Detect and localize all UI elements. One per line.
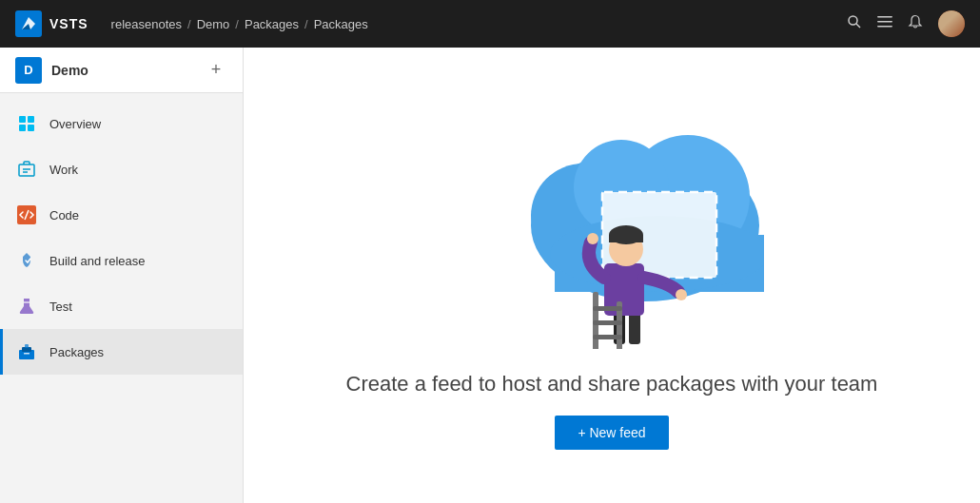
svg-rect-8: [19, 125, 26, 131]
svg-rect-29: [629, 311, 640, 344]
content-area: Create a feed to host and share packages…: [244, 48, 980, 503]
build-icon: [15, 249, 38, 272]
menu-icon[interactable]: [877, 14, 892, 33]
svg-line-2: [856, 24, 860, 28]
logo-area[interactable]: VSTS: [15, 10, 88, 37]
sidebar-item-packages[interactable]: Packages: [0, 329, 243, 375]
sidebar: D Demo + Overview: [0, 48, 244, 503]
svg-rect-39: [593, 320, 622, 325]
packages-illustration: [460, 102, 764, 349]
search-icon[interactable]: [847, 14, 862, 33]
work-icon: [15, 158, 38, 181]
svg-rect-35: [609, 235, 643, 242]
svg-point-31: [587, 233, 598, 244]
svg-rect-6: [19, 116, 26, 123]
top-navigation: VSTS releasenotes / Demo / Packages / Pa…: [0, 0, 980, 48]
sidebar-item-code[interactable]: Code: [0, 192, 243, 238]
svg-rect-4: [877, 21, 892, 23]
add-project-button[interactable]: +: [205, 59, 227, 82]
sidebar-test-label: Test: [49, 300, 72, 314]
sidebar-item-work[interactable]: Work: [0, 146, 243, 192]
svg-rect-38: [593, 306, 622, 311]
tagline-text: Create a feed to host and share packages…: [346, 372, 878, 397]
project-name: Demo: [51, 63, 205, 78]
code-icon: [15, 203, 38, 226]
top-nav-icons: [847, 10, 965, 37]
svg-rect-19: [24, 353, 29, 355]
test-icon: [15, 295, 38, 318]
svg-rect-3: [877, 16, 892, 18]
new-feed-button[interactable]: + New feed: [555, 416, 668, 450]
sidebar-overview-label: Overview: [49, 117, 101, 131]
sidebar-build-label: Build and release: [49, 254, 145, 268]
svg-rect-10: [19, 164, 34, 176]
breadcrumb-releasenotes[interactable]: releasenotes: [111, 17, 182, 31]
user-avatar[interactable]: [938, 10, 965, 37]
sidebar-item-overview[interactable]: Overview: [0, 101, 243, 146]
breadcrumb: releasenotes / Demo / Packages / Package…: [111, 17, 847, 31]
packages-icon: [15, 340, 38, 363]
svg-point-32: [676, 289, 687, 300]
svg-rect-18: [25, 344, 29, 348]
sidebar-code-label: Code: [49, 208, 79, 222]
main-layout: D Demo + Overview: [0, 48, 980, 503]
vsts-logo-icon: [15, 10, 42, 37]
svg-rect-9: [28, 125, 34, 131]
notifications-icon[interactable]: [908, 14, 923, 33]
project-icon: D: [15, 57, 42, 84]
sidebar-header: D Demo +: [0, 48, 243, 93]
app-title: VSTS: [49, 16, 88, 31]
sidebar-item-build-and-release[interactable]: Build and release: [0, 238, 243, 283]
breadcrumb-packages1[interactable]: Packages: [245, 17, 299, 31]
svg-rect-5: [877, 26, 892, 28]
sidebar-packages-label: Packages: [49, 345, 104, 359]
breadcrumb-packages2[interactable]: Packages: [314, 17, 368, 31]
sidebar-work-label: Work: [49, 163, 78, 177]
sidebar-item-test[interactable]: Test: [0, 283, 243, 329]
svg-point-1: [849, 16, 857, 25]
breadcrumb-demo[interactable]: Demo: [197, 17, 230, 31]
overview-icon: [15, 112, 38, 135]
svg-rect-40: [593, 335, 622, 339]
svg-rect-7: [28, 116, 34, 123]
sidebar-nav: Overview Work: [0, 93, 243, 382]
